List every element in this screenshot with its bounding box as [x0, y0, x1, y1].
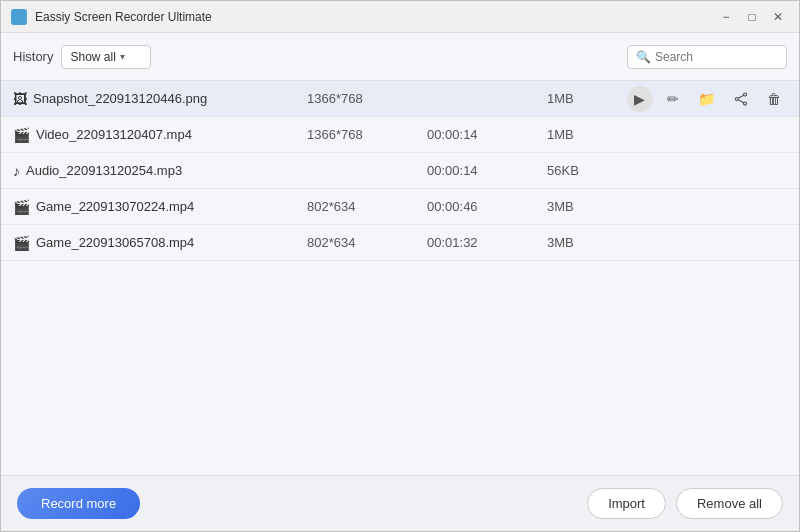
col-duration: 00:00:14: [427, 163, 547, 178]
app-title: Eassiy Screen Recorder Ultimate: [35, 10, 715, 24]
svg-line-4: [738, 99, 743, 102]
footer-right-actions: Import Remove all: [587, 488, 783, 519]
file-icon: 🎬: [13, 199, 30, 215]
col-duration: 00:00:46: [427, 199, 547, 214]
edit-button[interactable]: ✏: [661, 86, 687, 112]
col-resolution: 1366*768: [307, 91, 427, 106]
row-name: 🎬 Game_220913065708.mp4: [13, 235, 307, 251]
search-box: 🔍: [627, 45, 787, 69]
col-resolution: 802*634: [307, 199, 427, 214]
col-size: 1MB: [547, 91, 627, 106]
filter-value: Show all: [70, 50, 115, 64]
search-icon: 🔍: [636, 50, 651, 64]
file-icon: 🎬: [13, 235, 30, 251]
row-name: 🎬 Game_220913070224.mp4: [13, 199, 307, 215]
file-name: Game_220913070224.mp4: [36, 199, 194, 214]
import-button[interactable]: Import: [587, 488, 666, 519]
table-row[interactable]: 🎬 Video_220913120407.mp4 1366*768 00:00:…: [1, 117, 799, 153]
svg-line-3: [738, 95, 743, 98]
play-button[interactable]: ▶: [627, 86, 653, 112]
table-row[interactable]: 🎬 Game_220913070224.mp4 802*634 00:00:46…: [1, 189, 799, 225]
table-row[interactable]: 🎬 Game_220913065708.mp4 802*634 00:01:32…: [1, 225, 799, 261]
col-resolution: 1366*768: [307, 127, 427, 142]
close-button[interactable]: ✕: [767, 6, 789, 28]
file-name: Game_220913065708.mp4: [36, 235, 194, 250]
search-input[interactable]: [655, 50, 775, 64]
remove-all-button[interactable]: Remove all: [676, 488, 783, 519]
folder-button[interactable]: 📁: [694, 86, 720, 112]
record-more-button[interactable]: Record more: [17, 488, 140, 519]
svg-point-2: [735, 97, 738, 100]
history-label: History: [13, 49, 53, 64]
row-actions: ▶ ✏ 📁 🗑: [627, 86, 787, 112]
file-icon: 🎬: [13, 127, 30, 143]
col-size: 1MB: [547, 127, 627, 142]
minimize-button[interactable]: −: [715, 6, 737, 28]
row-name: ♪ Audio_220913120254.mp3: [13, 163, 307, 179]
window-controls: − □ ✕: [715, 6, 789, 28]
col-size: 56KB: [547, 163, 627, 178]
chevron-down-icon: ▾: [120, 51, 125, 62]
col-size: 3MB: [547, 199, 627, 214]
file-name: Video_220913120407.mp4: [36, 127, 192, 142]
footer: Record more Import Remove all: [1, 475, 799, 531]
table-row[interactable]: 🖼 Snapshot_220913120446.png 1366*768 1MB…: [1, 81, 799, 117]
col-resolution: 802*634: [307, 235, 427, 250]
table-row[interactable]: ♪ Audio_220913120254.mp3 00:00:14 56KB: [1, 153, 799, 189]
maximize-button[interactable]: □: [741, 6, 763, 28]
svg-point-0: [743, 93, 746, 96]
share-button[interactable]: [728, 86, 754, 112]
toolbar: History Show all ▾ 🔍: [1, 33, 799, 81]
file-icon: 🖼: [13, 91, 27, 107]
row-name: 🖼 Snapshot_220913120446.png: [13, 91, 307, 107]
svg-point-1: [743, 102, 746, 105]
filter-dropdown[interactable]: Show all ▾: [61, 45, 151, 69]
main-window: Eassiy Screen Recorder Ultimate − □ ✕ Hi…: [0, 0, 800, 532]
records-list: 🖼 Snapshot_220913120446.png 1366*768 1MB…: [1, 81, 799, 475]
col-duration: 00:01:32: [427, 235, 547, 250]
app-icon: [11, 9, 27, 25]
row-name: 🎬 Video_220913120407.mp4: [13, 127, 307, 143]
title-bar: Eassiy Screen Recorder Ultimate − □ ✕: [1, 1, 799, 33]
file-name: Snapshot_220913120446.png: [33, 91, 207, 106]
file-name: Audio_220913120254.mp3: [26, 163, 182, 178]
col-duration: 00:00:14: [427, 127, 547, 142]
file-icon: ♪: [13, 163, 20, 179]
delete-button[interactable]: 🗑: [761, 86, 787, 112]
col-size: 3MB: [547, 235, 627, 250]
